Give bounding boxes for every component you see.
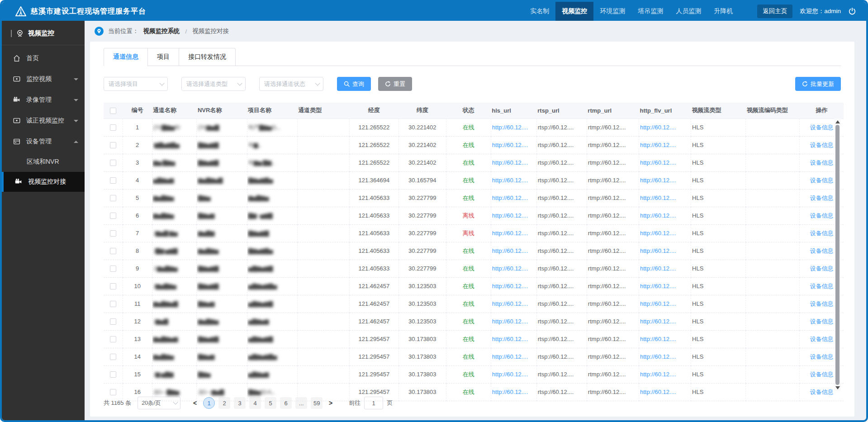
- back-home-button[interactable]: 返回主页: [757, 5, 792, 18]
- hls-link[interactable]: http://60.12....: [492, 265, 528, 272]
- project-select[interactable]: 请选择项目: [104, 77, 168, 91]
- cell-rtsp: rtsp://60.12....: [536, 330, 587, 348]
- action-link[interactable]: 设备信息: [810, 371, 834, 378]
- action-link[interactable]: 设备信息: [810, 300, 834, 307]
- hls-link[interactable]: http://60.12....: [492, 318, 528, 325]
- flv-link[interactable]: http://60.12....: [640, 336, 676, 342]
- flv-link[interactable]: http://60.12....: [640, 389, 676, 395]
- channel-type-select[interactable]: 请选择通道类型: [181, 77, 246, 91]
- table-scrollbar[interactable]: [834, 119, 841, 391]
- hls-link[interactable]: http://60.12....: [492, 124, 528, 131]
- hls-link[interactable]: http://60.12....: [492, 194, 528, 201]
- hls-link[interactable]: http://60.12....: [492, 212, 528, 219]
- action-link[interactable]: 设备信息: [810, 389, 834, 395]
- action-link[interactable]: 设备信息: [810, 212, 834, 219]
- flv-link[interactable]: http://60.12....: [640, 212, 676, 219]
- flv-link[interactable]: http://60.12....: [640, 159, 676, 166]
- flv-link[interactable]: http://60.12....: [640, 247, 676, 254]
- action-link[interactable]: 设备信息: [810, 194, 834, 201]
- logout-power-icon[interactable]: [848, 7, 856, 15]
- select-all-checkbox[interactable]: [110, 108, 116, 114]
- hls-link[interactable]: http://60.12....: [492, 230, 528, 237]
- row-checkbox[interactable]: [110, 371, 116, 378]
- scroll-up-icon[interactable]: [835, 120, 840, 123]
- hls-link[interactable]: http://60.12....: [492, 247, 528, 254]
- row-checkbox[interactable]: [110, 283, 116, 289]
- top-menu-item[interactable]: 视频监控: [555, 2, 593, 21]
- sidebar-subitem[interactable]: 区域和NVR: [2, 152, 85, 172]
- flv-link[interactable]: http://60.12....: [640, 230, 676, 237]
- row-checkbox[interactable]: [110, 301, 116, 307]
- hls-link[interactable]: http://60.12....: [492, 142, 528, 148]
- sidebar-item[interactable]: 设备管理: [2, 131, 85, 152]
- row-checkbox[interactable]: [110, 336, 116, 342]
- action-link[interactable]: 设备信息: [810, 283, 834, 289]
- channel-status-select[interactable]: 请选择通道状态: [259, 77, 323, 91]
- action-link[interactable]: 设备信息: [810, 124, 834, 131]
- batch-update-button[interactable]: 批量更新: [795, 77, 841, 91]
- top-menu-item[interactable]: 塔吊监测: [631, 2, 669, 21]
- flv-link[interactable]: http://60.12....: [640, 353, 676, 360]
- action-link[interactable]: 设备信息: [810, 142, 834, 148]
- scrollbar-thumb[interactable]: [835, 125, 840, 385]
- flv-link[interactable]: http://60.12....: [640, 283, 676, 289]
- action-link[interactable]: 设备信息: [810, 353, 834, 360]
- action-link[interactable]: 设备信息: [810, 230, 834, 237]
- top-menu-item[interactable]: 人员监测: [669, 2, 707, 21]
- row-checkbox[interactable]: [110, 389, 116, 395]
- scroll-down-icon[interactable]: [835, 386, 840, 389]
- breadcrumb-root[interactable]: 视频监控系统: [143, 27, 180, 35]
- hls-link[interactable]: http://60.12....: [492, 389, 528, 395]
- tab-active[interactable]: 通道信息: [104, 48, 147, 66]
- row-checkbox[interactable]: [110, 248, 116, 254]
- action-link[interactable]: 设备信息: [810, 177, 834, 184]
- sidebar-item[interactable]: 首页: [2, 48, 85, 69]
- row-checkbox[interactable]: [110, 142, 116, 148]
- hls-link[interactable]: http://60.12....: [492, 336, 528, 342]
- top-menu-item[interactable]: 实名制: [524, 2, 555, 21]
- sidebar-subitem[interactable]: 视频监控对接: [2, 172, 85, 192]
- action-link[interactable]: 设备信息: [810, 247, 834, 254]
- flv-link[interactable]: http://60.12....: [640, 265, 676, 272]
- action-link[interactable]: 设备信息: [810, 336, 834, 342]
- row-checkbox[interactable]: [110, 354, 116, 360]
- hls-link[interactable]: http://60.12....: [492, 371, 528, 378]
- sidebar-item[interactable]: 录像管理: [2, 90, 85, 110]
- search-button[interactable]: 查询: [337, 77, 371, 91]
- flv-link[interactable]: http://60.12....: [640, 371, 676, 378]
- row-checkbox[interactable]: [110, 266, 116, 272]
- row-checkbox[interactable]: [110, 318, 116, 325]
- sidebar-item[interactable]: 诚正视频监控: [2, 110, 85, 131]
- action-link[interactable]: 设备信息: [810, 318, 834, 325]
- cell-type: [297, 224, 349, 242]
- top-menu-item[interactable]: 环境监测: [593, 2, 631, 21]
- cell-id: 10: [123, 277, 152, 295]
- flv-link[interactable]: http://60.12....: [640, 177, 676, 184]
- cell-text: rtmp://60.12....: [588, 247, 626, 254]
- row-checkbox[interactable]: [110, 230, 116, 237]
- hls-link[interactable]: http://60.12....: [492, 353, 528, 360]
- sidebar-item[interactable]: 监控视频: [2, 69, 85, 90]
- reset-button[interactable]: 重置: [378, 77, 412, 91]
- flv-link[interactable]: http://60.12....: [640, 142, 676, 148]
- hls-link[interactable]: http://60.12....: [492, 159, 528, 166]
- hls-link[interactable]: http://60.12....: [492, 300, 528, 307]
- tab-item[interactable]: 项目: [147, 48, 179, 66]
- row-checkbox[interactable]: [110, 195, 116, 201]
- hls-link[interactable]: http://60.12....: [492, 177, 528, 184]
- hls-link[interactable]: http://60.12....: [492, 283, 528, 289]
- flv-link[interactable]: http://60.12....: [640, 300, 676, 307]
- action-link[interactable]: 设备信息: [810, 159, 834, 166]
- flv-link[interactable]: http://60.12....: [640, 318, 676, 325]
- row-checkbox[interactable]: [110, 177, 116, 184]
- row-checkbox[interactable]: [110, 213, 116, 219]
- flv-link[interactable]: http://60.12....: [640, 194, 676, 201]
- cell-lat: 30.173803: [398, 365, 446, 383]
- row-checkbox[interactable]: [110, 124, 116, 131]
- top-menu-item[interactable]: 升降机: [707, 2, 739, 21]
- tab-item[interactable]: 接口转发情况: [179, 48, 236, 66]
- flv-link[interactable]: http://60.12....: [640, 124, 676, 131]
- action-link[interactable]: 设备信息: [810, 265, 834, 272]
- cell-project: ▇▆▅▆▇: [247, 224, 297, 242]
- row-checkbox[interactable]: [110, 160, 116, 166]
